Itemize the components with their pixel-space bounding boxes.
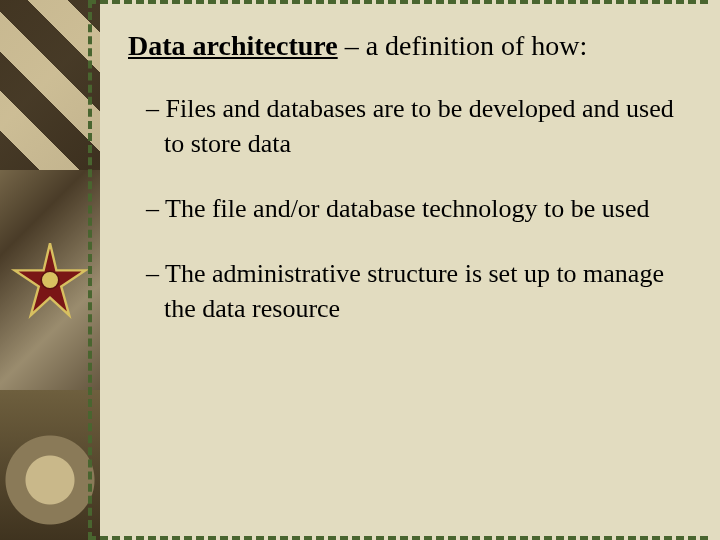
heading-term: Data architecture (128, 30, 338, 61)
svg-point-1 (41, 271, 59, 289)
medal-icon (10, 240, 90, 320)
list-item: – Files and databases are to be develope… (146, 91, 680, 161)
bullet-list: – Files and databases are to be develope… (128, 91, 680, 326)
slide-content: Data architecture – a definition of how:… (88, 0, 708, 540)
list-item: – The file and/or database technology to… (146, 191, 680, 226)
heading-rest: – a definition of how: (338, 30, 588, 61)
list-item: – The administrative structure is set up… (146, 256, 680, 326)
decorative-sidebar (0, 0, 100, 540)
slide-heading: Data architecture – a definition of how: (128, 28, 680, 63)
